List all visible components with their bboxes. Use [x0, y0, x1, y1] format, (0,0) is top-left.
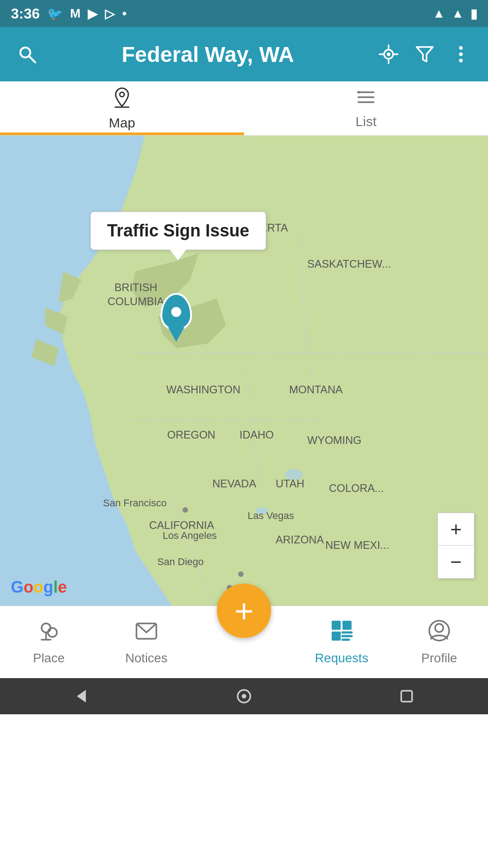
notices-label: Notices	[125, 651, 167, 665]
svg-point-12	[120, 92, 124, 97]
svg-line-1	[29, 56, 35, 62]
pin-dot	[171, 307, 181, 317]
tab-list[interactable]: List	[244, 81, 488, 135]
svg-rect-35	[343, 621, 352, 630]
status-time: 3:36	[11, 5, 40, 22]
requests-icon	[330, 619, 353, 647]
map-tooltip[interactable]: Traffic Sign Issue	[90, 212, 266, 250]
svg-point-32	[48, 628, 57, 637]
search-button[interactable]	[14, 42, 40, 67]
list-tab-label: List	[356, 114, 377, 129]
map-tab-icon	[113, 86, 131, 113]
signal-icon: ▲	[451, 6, 464, 21]
svg-point-31	[42, 623, 51, 632]
svg-point-30	[238, 571, 244, 577]
add-fab-button[interactable]: +	[217, 584, 271, 638]
location-button[interactable]	[376, 42, 401, 67]
map-background	[0, 136, 488, 606]
app-bar: Federal Way, WA	[0, 27, 488, 81]
nav-requests[interactable]: Requests	[293, 606, 390, 678]
profile-label: Profile	[421, 651, 457, 665]
more-button[interactable]	[448, 42, 474, 67]
svg-point-10	[459, 52, 463, 56]
status-bar-left: 3:36 🐦 M ▶ ▷ •	[11, 5, 127, 22]
tooltip-text: Traffic Sign Issue	[107, 221, 249, 240]
play-icon: ▶	[88, 6, 98, 21]
recent-button[interactable]	[395, 685, 418, 708]
svg-point-11	[459, 59, 463, 62]
dot-icon: •	[122, 6, 127, 21]
map-area[interactable]: ALBERTA BRITISHCOLUMBIA SASKATCHEW... WA…	[0, 136, 488, 606]
notices-icon	[135, 619, 158, 647]
status-bar-right: ▲ ▲ ▮	[433, 6, 477, 21]
nav-place[interactable]: Place	[0, 606, 98, 678]
svg-point-41	[435, 624, 443, 632]
bottom-nav: + Place Notices	[0, 606, 488, 678]
tab-map[interactable]: Map	[0, 81, 244, 135]
play-outline-icon: ▷	[105, 6, 115, 21]
profile-icon	[427, 619, 451, 647]
zoom-in-button[interactable]: +	[438, 513, 474, 546]
zoom-controls: + −	[437, 513, 474, 579]
home-button[interactable]	[233, 685, 255, 708]
svg-marker-42	[77, 690, 86, 703]
android-nav-bar	[0, 678, 488, 714]
svg-point-26	[285, 469, 303, 480]
list-tab-icon	[357, 88, 375, 111]
wifi-icon: ▲	[433, 6, 446, 21]
place-label: Place	[33, 651, 65, 665]
battery-icon: ▮	[470, 6, 477, 21]
svg-rect-34	[332, 621, 341, 630]
svg-rect-45	[401, 691, 412, 702]
svg-point-27	[255, 507, 269, 514]
svg-point-3	[387, 52, 390, 56]
app-bar-title: Federal Way, WA	[51, 42, 365, 67]
svg-point-28	[183, 507, 188, 513]
map-pin[interactable]	[160, 293, 192, 331]
nav-profile[interactable]: Profile	[390, 606, 488, 678]
zoom-out-button[interactable]: −	[438, 546, 474, 578]
pin-body	[160, 293, 192, 331]
status-bar: 3:36 🐦 M ▶ ▷ • ▲ ▲ ▮	[0, 0, 488, 27]
svg-rect-36	[332, 632, 341, 641]
google-logo: Google	[11, 578, 67, 597]
bird-icon: 🐦	[47, 6, 63, 21]
requests-label: Requests	[315, 651, 368, 665]
svg-point-44	[242, 694, 246, 698]
map-tab-label: Map	[109, 115, 135, 131]
nav-notices[interactable]: Notices	[98, 606, 195, 678]
svg-point-9	[459, 46, 463, 50]
tab-bar: Map List	[0, 81, 488, 136]
svg-marker-8	[417, 47, 433, 61]
place-icon	[37, 619, 61, 647]
mail-icon: M	[70, 6, 80, 21]
back-button[interactable]	[70, 685, 93, 708]
filter-button[interactable]	[412, 42, 437, 67]
